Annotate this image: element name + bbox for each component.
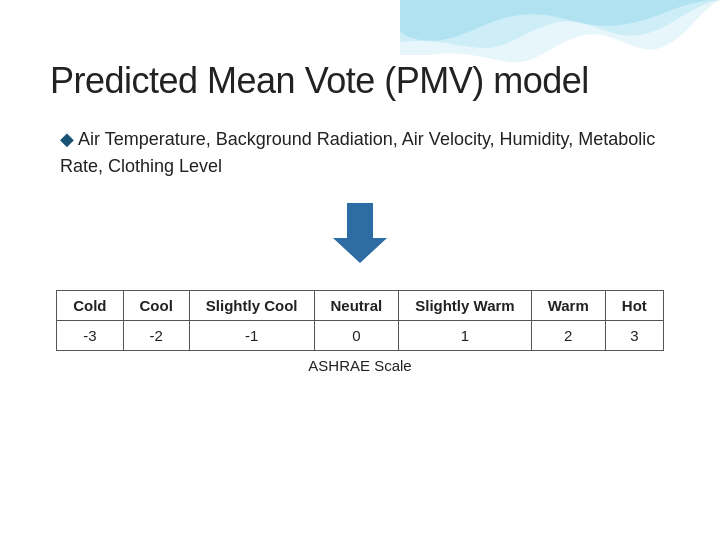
col-header-cold: Cold [57,291,123,321]
ashrae-scale-label: ASHRAE Scale [308,357,411,374]
col-header-slightly-warm: Slightly Warm [399,291,531,321]
cell-value-cool: -2 [123,321,189,351]
cell-value-hot: 3 [605,321,663,351]
bullet-text: Air Temperature, Background Radiation, A… [60,129,655,176]
arrow-container [50,198,670,268]
col-header-slightly-cool: Slightly Cool [189,291,314,321]
bullet-symbol: ◆ [60,129,74,149]
bullet-item: ◆ Air Temperature, Background Radiation,… [50,126,670,180]
col-header-hot: Hot [605,291,663,321]
ashrae-table-wrapper: Cold Cool Slightly Cool Neutral Slightly… [50,290,670,374]
col-header-warm: Warm [531,291,605,321]
cell-value-slightly-warm: 1 [399,321,531,351]
svg-marker-0 [333,203,387,263]
col-header-cool: Cool [123,291,189,321]
page-title: Predicted Mean Vote (PMV) model [50,60,670,102]
cell-value-slightly-cool: -1 [189,321,314,351]
ashrae-scale-table: Cold Cool Slightly Cool Neutral Slightly… [56,290,664,351]
down-arrow-icon [325,198,395,268]
col-header-neutral: Neutral [314,291,399,321]
cell-value-neutral: 0 [314,321,399,351]
cell-value-cold: -3 [57,321,123,351]
cell-value-warm: 2 [531,321,605,351]
